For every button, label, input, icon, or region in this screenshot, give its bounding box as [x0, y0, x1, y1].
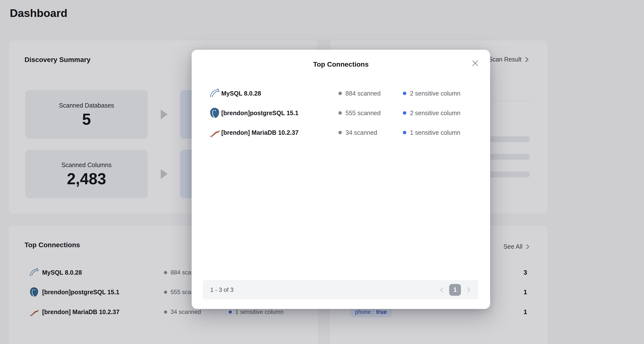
modal-connection-row[interactable]: [brendon]postgreSQL 15.1 555 scanned 2 s… — [192, 103, 490, 123]
scanned-count: 555 scanned — [346, 110, 380, 117]
connection-name: MySQL 8.0.28 — [221, 84, 261, 103]
previous-page-button[interactable] — [439, 286, 444, 294]
scanned-dot — [338, 111, 342, 115]
sensitive-count: 1 sensitive column — [410, 129, 460, 136]
sensitive-dot — [403, 131, 406, 134]
sensitive-dot — [403, 111, 406, 115]
scanned-count: 34 scanned — [346, 129, 377, 136]
connection-name: [brendon] MariaDB 10.2.37 — [221, 123, 298, 142]
connection-name: [brendon]postgreSQL 15.1 — [221, 103, 298, 123]
modal-connection-row[interactable]: MySQL 8.0.28 884 scanned 2 sensitive col… — [192, 84, 490, 103]
scanned-count: 884 scanned — [346, 90, 380, 97]
top-connections-modal: Top Connections MySQL 8.0.28 884 scanned… — [192, 50, 490, 309]
page-1-button[interactable]: 1 — [449, 284, 461, 296]
scanned-dot — [338, 131, 342, 134]
sensitive-dot — [403, 92, 406, 95]
modal-title: Top Connections — [192, 60, 490, 68]
modal-close-button[interactable] — [470, 59, 480, 68]
next-page-button[interactable] — [466, 286, 471, 294]
pagination-range: 1 - 3 of 3 — [210, 286, 234, 293]
sensitive-count: 2 sensitive column — [410, 110, 460, 117]
modal-connection-row[interactable]: [brendon] MariaDB 10.2.37 34 scanned 1 s… — [192, 123, 490, 142]
mysql-icon — [209, 88, 220, 99]
postgresql-icon — [209, 107, 220, 118]
mariadb-icon — [209, 127, 220, 138]
pagination-bar: 1 - 3 of 3 1 — [203, 280, 478, 300]
scanned-dot — [338, 92, 342, 95]
sensitive-count: 2 sensitive column — [410, 90, 460, 97]
close-icon — [471, 59, 479, 68]
